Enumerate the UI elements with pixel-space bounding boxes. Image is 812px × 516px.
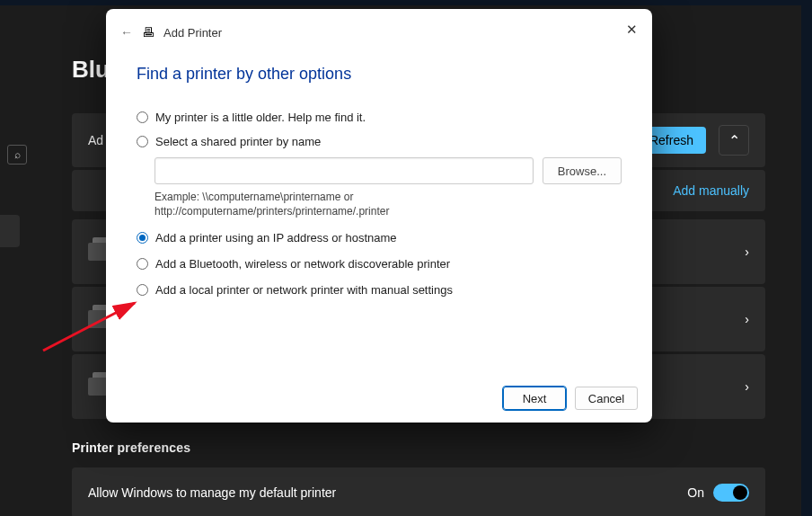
option-label: Add a Bluetooth, wireless or network dis… [155, 257, 450, 271]
radio-icon [137, 111, 148, 123]
option-label: Select a shared printer by name [155, 135, 321, 148]
dialog-title: Add Printer [163, 26, 222, 40]
option-shared-printer[interactable]: Select a shared printer by name [137, 135, 622, 148]
add-printer-label: Ad [88, 133, 103, 147]
dialog-header: ← 🖶 Add Printer [106, 9, 652, 47]
dialog-close-button[interactable]: ✕ [626, 22, 638, 38]
option-label: Add a local printer or network printer w… [155, 283, 453, 297]
printer-icon: 🖶 [142, 25, 154, 40]
add-manually-link[interactable]: Add manually [673, 183, 749, 198]
next-button[interactable]: Next [503, 387, 566, 410]
chevron-right-icon: › [745, 245, 749, 259]
radio-icon [137, 136, 148, 147]
add-printer-dialog: ✕ ← 🖶 Add Printer Find a printer by othe… [106, 9, 652, 423]
dialog-heading: Find a printer by other options [137, 65, 652, 84]
sidebar-active-indicator [0, 215, 20, 247]
option-label: My printer is a little older. Help me fi… [155, 111, 366, 124]
radio-icon [137, 258, 148, 270]
pref-label: Allow Windows to manage my default print… [88, 485, 687, 500]
cancel-button[interactable]: Cancel [575, 387, 638, 410]
chevron-up-icon: ⌃ [728, 132, 740, 149]
toggle-state-label: On [687, 485, 704, 500]
radio-icon [137, 284, 148, 296]
page-title: Blu [72, 56, 110, 84]
option-ip-hostname[interactable]: Add a printer using an IP address or hos… [137, 231, 622, 245]
default-printer-toggle[interactable] [713, 484, 749, 502]
dialog-back-button[interactable]: ← [120, 25, 133, 40]
chevron-right-icon: › [745, 379, 749, 394]
option-local-printer[interactable]: Add a local printer or network printer w… [137, 283, 622, 297]
option-bluetooth-wireless[interactable]: Add a Bluetooth, wireless or network dis… [137, 257, 622, 271]
browse-button[interactable]: Browse... [543, 157, 622, 184]
shared-printer-example: Example: \\computername\printername or h… [154, 190, 508, 218]
section-heading: Printer preferences [72, 440, 765, 455]
option-label: Add a printer using an IP address or hos… [155, 231, 397, 245]
collapse-button[interactable]: ⌃ [719, 125, 749, 156]
radio-icon [137, 232, 148, 244]
shared-printer-name-input[interactable] [154, 157, 534, 184]
default-printer-pref-row: Allow Windows to manage my default print… [72, 467, 765, 516]
chevron-right-icon: › [745, 312, 749, 326]
option-older-printer[interactable]: My printer is a little older. Help me fi… [137, 111, 622, 124]
search-icon[interactable]: ⌕ [7, 145, 27, 165]
